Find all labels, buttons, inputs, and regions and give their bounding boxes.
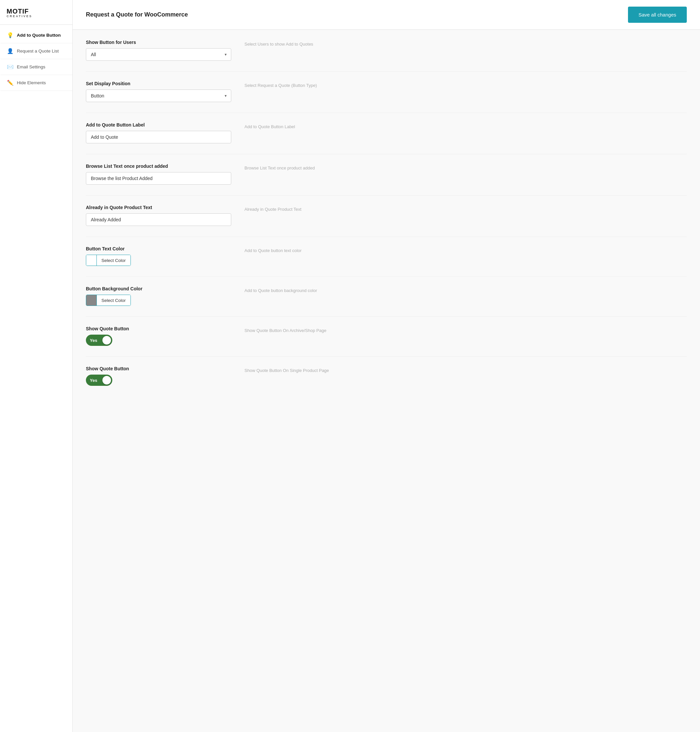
- main-content: Request a Quote for WooCommerce Save all…: [73, 0, 700, 732]
- show-button-for-users-left: Show Button for Users All Logged In Gues…: [86, 40, 231, 61]
- browse-list-text-section: Browse List Text once product added Brow…: [86, 163, 687, 185]
- divider-2: [86, 113, 687, 113]
- user-icon: 👤: [7, 48, 13, 54]
- toggle-single-circle: [102, 376, 111, 385]
- show-button-for-users-label: Show Button for Users: [86, 40, 231, 45]
- sidebar-item-label-2: Email Settings: [17, 65, 45, 69]
- button-bg-color-select-label[interactable]: Select Color: [97, 295, 131, 306]
- button-bg-color-section: Button Background Color Select Color Add…: [86, 286, 687, 306]
- sidebar-item-email-settings[interactable]: ✉️ Email Settings: [0, 59, 72, 75]
- button-text-color-left: Button Text Color Select Color: [86, 246, 231, 266]
- toggle-archive-circle: [102, 336, 111, 344]
- button-text-color-select-label[interactable]: Select Color: [97, 255, 131, 266]
- button-bg-color-label: Button Background Color: [86, 286, 231, 291]
- divider-7: [86, 316, 687, 317]
- show-quote-button-archive-hint: Show Quote Button On Archive/Shop Page: [244, 326, 687, 333]
- show-quote-button-archive-label: Show Quote Button: [86, 326, 231, 331]
- browse-list-text-input[interactable]: [86, 172, 231, 185]
- logo-sub: CREATIVES: [7, 15, 66, 18]
- button-text-color-swatch: [86, 255, 97, 266]
- sidebar-item-label-1: Request a Quote List: [17, 49, 59, 53]
- button-text-color-picker[interactable]: Select Color: [86, 255, 131, 266]
- already-in-quote-text-input[interactable]: [86, 213, 231, 226]
- sidebar-item-hide-elements[interactable]: ✏️ Hide Elements: [0, 75, 72, 91]
- button-bg-color-hint: Add to Quote button background color: [244, 286, 687, 293]
- toggle-archive-yes-text: Yes: [90, 338, 97, 343]
- add-to-quote-label-left: Add to Quote Button Label: [86, 122, 231, 143]
- divider-5: [86, 237, 687, 237]
- set-display-position-hint: Select Request a Quote (Button Type): [244, 81, 687, 88]
- already-in-quote-text-label: Already in Quote Product Text: [86, 205, 231, 210]
- browse-list-text-row: Browse List Text once product added Brow…: [86, 163, 687, 185]
- add-to-quote-label-section: Add to Quote Button Label Add to Quote B…: [86, 122, 687, 143]
- button-bg-color-swatch: [86, 295, 97, 306]
- already-in-quote-text-left: Already in Quote Product Text: [86, 205, 231, 226]
- already-in-quote-text-row: Already in Quote Product Text Already in…: [86, 205, 687, 226]
- button-text-color-label: Button Text Color: [86, 246, 231, 251]
- show-quote-button-single-left: Show Quote Button Yes: [86, 366, 231, 386]
- toggle-single-yes-text: Yes: [90, 378, 97, 383]
- page-header: Request a Quote for WooCommerce Save all…: [73, 0, 700, 30]
- app-layout: MOTIF CREATIVES 💡 Add to Quote Button 👤 …: [0, 0, 700, 732]
- set-display-position-row: Set Display Position Button Link Both ▾ …: [86, 81, 687, 102]
- button-text-color-section: Button Text Color Select Color Add to Qu…: [86, 246, 687, 266]
- show-button-for-users-section: Show Button for Users All Logged In Gues…: [86, 40, 687, 61]
- button-bg-color-left: Button Background Color Select Color: [86, 286, 231, 306]
- email-icon: ✉️: [7, 64, 13, 70]
- set-display-position-select-wrap: Button Link Both ▾: [86, 90, 231, 102]
- set-display-position-section: Set Display Position Button Link Both ▾ …: [86, 81, 687, 102]
- show-quote-button-single-toggle[interactable]: Yes: [86, 375, 112, 386]
- already-in-quote-text-section: Already in Quote Product Text Already in…: [86, 205, 687, 226]
- show-button-for-users-row: Show Button for Users All Logged In Gues…: [86, 40, 687, 61]
- show-quote-button-single-row: Show Quote Button Yes Show Quote Button …: [86, 366, 687, 386]
- add-to-quote-label-input[interactable]: [86, 131, 231, 143]
- show-button-for-users-select[interactable]: All Logged In Guests: [86, 48, 231, 61]
- show-quote-button-single-label: Show Quote Button: [86, 366, 231, 371]
- already-in-quote-text-hint: Already in Quote Product Text: [244, 205, 687, 212]
- browse-list-text-hint: Browse List Text once product added: [244, 163, 687, 171]
- button-bg-color-row: Button Background Color Select Color Add…: [86, 286, 687, 306]
- divider-8: [86, 356, 687, 357]
- add-to-quote-label-label: Add to Quote Button Label: [86, 122, 231, 128]
- button-text-color-hint: Add to Quote button text color: [244, 246, 687, 253]
- page-title: Request a Quote for WooCommerce: [86, 11, 188, 18]
- set-display-position-label: Set Display Position: [86, 81, 231, 86]
- set-display-position-select[interactable]: Button Link Both: [86, 90, 231, 102]
- bulb-icon: 💡: [7, 32, 13, 38]
- sidebar-item-request-a-quote-list[interactable]: 👤 Request a Quote List: [0, 43, 72, 59]
- pencil-icon: ✏️: [7, 79, 13, 86]
- logo: MOTIF CREATIVES: [0, 0, 72, 25]
- add-to-quote-label-hint: Add to Quote Button Label: [244, 122, 687, 129]
- button-text-color-row: Button Text Color Select Color Add to Qu…: [86, 246, 687, 266]
- logo-main: MOTIF: [7, 8, 66, 15]
- show-button-for-users-select-wrap: All Logged In Guests ▾: [86, 48, 231, 61]
- set-display-position-left: Set Display Position Button Link Both ▾: [86, 81, 231, 102]
- show-quote-button-single-section: Show Quote Button Yes Show Quote Button …: [86, 366, 687, 386]
- sidebar: MOTIF CREATIVES 💡 Add to Quote Button 👤 …: [0, 0, 73, 732]
- sidebar-item-label-3: Hide Elements: [17, 80, 46, 85]
- browse-list-text-label: Browse List Text once product added: [86, 163, 231, 169]
- divider-4: [86, 195, 687, 195]
- divider-6: [86, 276, 687, 277]
- sidebar-item-label-0: Add to Quote Button: [17, 33, 61, 38]
- show-quote-button-archive-toggle[interactable]: Yes: [86, 335, 112, 346]
- show-button-for-users-hint: Select Users to show Add to Quotes: [244, 40, 687, 47]
- form-content: Show Button for Users All Logged In Gues…: [73, 30, 700, 732]
- divider-1: [86, 71, 687, 72]
- show-quote-button-archive-left: Show Quote Button Yes: [86, 326, 231, 346]
- button-bg-color-picker[interactable]: Select Color: [86, 295, 131, 306]
- show-quote-button-archive-row: Show Quote Button Yes Show Quote Button …: [86, 326, 687, 346]
- save-all-changes-button[interactable]: Save all changes: [628, 7, 687, 23]
- browse-list-text-left: Browse List Text once product added: [86, 163, 231, 185]
- sidebar-nav: 💡 Add to Quote Button 👤 Request a Quote …: [0, 25, 72, 94]
- show-quote-button-archive-section: Show Quote Button Yes Show Quote Button …: [86, 326, 687, 346]
- add-to-quote-label-row: Add to Quote Button Label Add to Quote B…: [86, 122, 687, 143]
- sidebar-item-add-to-quote-button[interactable]: 💡 Add to Quote Button: [0, 27, 72, 43]
- show-quote-button-single-hint: Show Quote Button On Single Product Page: [244, 366, 687, 373]
